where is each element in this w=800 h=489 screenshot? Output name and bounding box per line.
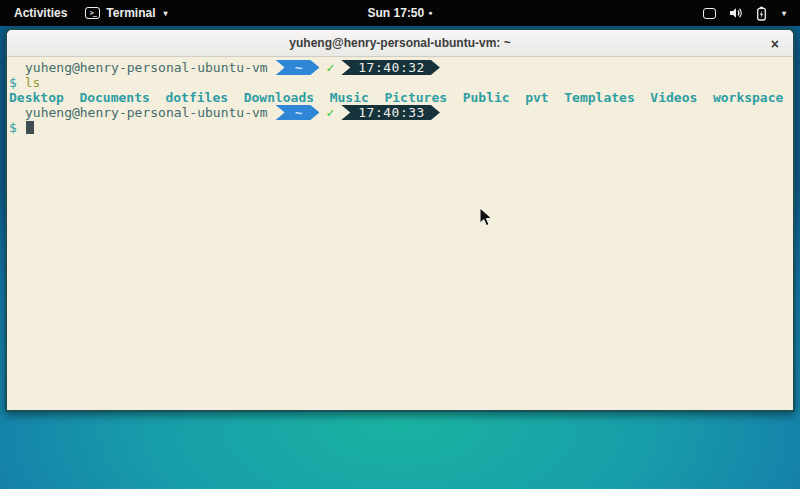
- terminal-cursor: [26, 121, 34, 134]
- prompt-line-1: yuheng@henry-personal-ubuntu-vm ~ ✓ 17:4…: [9, 60, 793, 75]
- directory-entry: Music: [330, 90, 369, 105]
- directory-entry: Videos: [650, 90, 697, 105]
- prompt-user-host: yuheng@henry-personal-ubuntu-vm: [9, 105, 268, 120]
- input-line: $: [9, 120, 793, 135]
- directory-entry: Pictures: [384, 90, 447, 105]
- directory-entry: pvt: [525, 90, 548, 105]
- terminal-window: yuheng@henry-personal-ubuntu-vm: ~ × yuh…: [5, 28, 795, 412]
- prompt-time-badge: 17:40:32: [341, 60, 440, 75]
- notification-dot-icon: ●: [428, 0, 432, 26]
- prompt-time-badge: 17:40:33: [341, 105, 440, 120]
- display-icon: [703, 8, 716, 19]
- prompt-line-2: yuheng@henry-personal-ubuntu-vm ~ ✓ 17:4…: [9, 105, 793, 120]
- check-icon: ✓: [326, 60, 334, 75]
- directory-entry: Downloads: [244, 90, 314, 105]
- directory-entry: Documents: [79, 90, 149, 105]
- directory-entry: Public: [463, 90, 510, 105]
- activities-button[interactable]: Activities: [10, 4, 71, 22]
- prompt-path-badge: ~: [276, 60, 320, 75]
- close-button[interactable]: ×: [771, 30, 779, 57]
- chevron-down-icon: ▾: [163, 9, 167, 18]
- directory-entry: dotfiles: [165, 90, 228, 105]
- battery-charging-icon: [756, 6, 767, 21]
- ls-output-row: DesktopDocumentsdotfilesDownloadsMusicPi…: [9, 90, 793, 105]
- prompt-symbol: $: [9, 120, 17, 135]
- volume-icon: [729, 7, 743, 19]
- terminal-app-icon: >_: [85, 7, 100, 19]
- terminal-content[interactable]: yuheng@henry-personal-ubuntu-vm ~ ✓ 17:4…: [7, 57, 793, 410]
- check-icon: ✓: [326, 105, 334, 120]
- clock[interactable]: Sun 17:50: [368, 6, 425, 20]
- app-menu-label: Terminal: [106, 6, 155, 20]
- prompt-symbol: $: [9, 75, 17, 90]
- command-line: $ ls: [9, 75, 793, 90]
- directory-entry: workspace: [713, 90, 783, 105]
- window-title: yuheng@henry-personal-ubuntu-vm: ~: [289, 36, 510, 50]
- window-titlebar[interactable]: yuheng@henry-personal-ubuntu-vm: ~ ×: [7, 30, 793, 57]
- directory-entry: Templates: [564, 90, 634, 105]
- prompt-user-host: yuheng@henry-personal-ubuntu-vm: [9, 60, 268, 75]
- directory-entry: Desktop: [9, 90, 64, 105]
- chevron-down-icon: ▾: [782, 9, 786, 18]
- system-status-area[interactable]: ▾: [703, 6, 800, 21]
- command-text: ls: [25, 75, 41, 90]
- top-bar: Activities >_ Terminal ▾ Sun 17:50 ● ▾: [0, 0, 800, 26]
- app-menu[interactable]: >_ Terminal ▾: [85, 6, 167, 20]
- prompt-path-badge: ~: [276, 105, 320, 120]
